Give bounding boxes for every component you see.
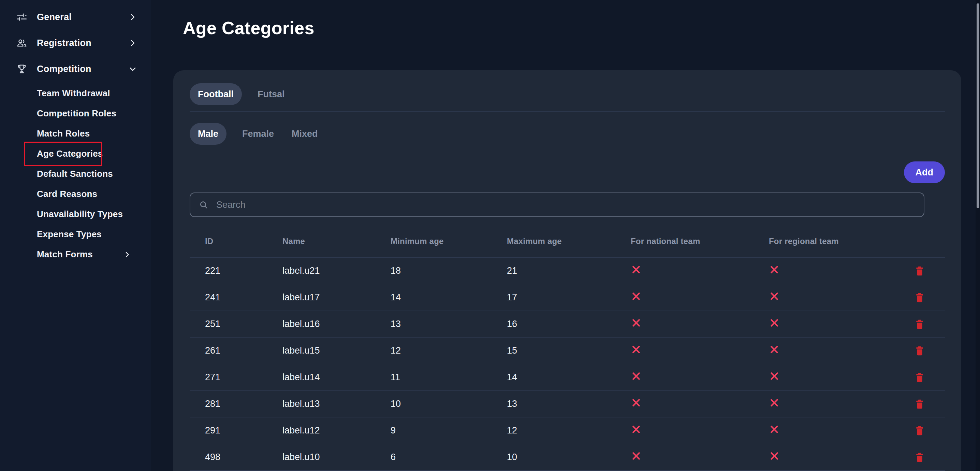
sidebar-subitem-label: Default Sanctions [37,169,113,179]
delete-button[interactable] [915,399,924,410]
add-button[interactable]: Add [904,161,945,183]
sidebar-nav: General Registration [0,0,151,265]
sidebar-subitem-expense-types[interactable]: Expense Types [0,224,151,244]
column-header-minimum-age: Minimum age [391,236,507,246]
cell-for-national-team [631,264,769,278]
table-row[interactable]: 291label.u12912 [190,417,945,444]
cell-id: 271 [190,372,282,383]
sport-tab-football[interactable]: Football [190,83,242,105]
trophy-icon [16,63,28,75]
gender-tabs: MaleFemaleMixed [190,123,945,145]
cell-for-national-team [631,344,769,358]
cell-minimum-age: 12 [391,345,507,356]
cell-actions [902,319,945,330]
cell-id: 251 [190,319,282,329]
search-box[interactable] [190,193,924,217]
cell-for-regional-team [769,291,902,304]
table-header-row: IDNameMinimum ageMaximum ageFor national… [190,225,945,257]
sidebar-subitem-match-forms[interactable]: Match Forms [0,244,151,265]
sidebar-subitem-label: Team Withdrawal [37,88,110,99]
scrollbar-thumb[interactable] [977,3,979,208]
table-row[interactable]: 498label.u10610 [190,444,945,471]
false-x-icon [769,450,780,461]
table-row[interactable]: 241label.u171417 [190,284,945,311]
scrollbar-track[interactable] [975,0,980,471]
sidebar-subitem-unavailability-types[interactable]: Unavailability Types [0,204,151,224]
false-x-icon [769,264,780,275]
gender-tab-male[interactable]: Male [190,123,226,145]
sidebar-subitem-age-categories[interactable]: Age Categories [0,144,151,164]
table-row[interactable]: 251label.u161316 [190,311,945,337]
column-header-for-regional-team: For regional team [769,236,902,246]
cell-actions [902,372,945,383]
add-row: Add [190,161,945,183]
sidebar-subitem-default-sanctions[interactable]: Default Sanctions [0,164,151,184]
sidebar-item-label: Registration [37,38,128,48]
age-categories-table: IDNameMinimum ageMaximum ageFor national… [190,225,945,471]
cell-actions [902,345,945,356]
cell-actions [902,265,945,276]
sidebar-subitem-card-reasons[interactable]: Card Reasons [0,184,151,204]
table-row[interactable]: 261label.u151215 [190,337,945,364]
trash-icon [915,425,924,436]
sidebar-subitem-competition-roles[interactable]: Competition Roles [0,104,151,123]
table-row[interactable]: 221label.u211821 [190,257,945,284]
false-x-icon [769,344,780,355]
cell-id: 241 [190,292,282,303]
delete-button[interactable] [915,345,924,356]
delete-button[interactable] [915,292,924,303]
cell-id: 261 [190,345,282,356]
trash-icon [915,345,924,356]
sport-tabs: FootballFutsal [190,83,945,105]
sidebar-subitem-label: Competition Roles [37,108,116,119]
column-header-for-national-team: For national team [631,236,769,246]
cell-maximum-age: 12 [507,425,631,436]
false-x-icon [631,264,642,275]
sidebar-subitem-label: Unavailability Types [37,209,123,219]
delete-button[interactable] [915,265,924,276]
delete-button[interactable] [915,372,924,383]
page-header: Age Categories [151,0,980,56]
gender-tab-female[interactable]: Female [240,123,276,145]
cell-minimum-age: 9 [391,425,507,436]
trash-icon [915,292,924,303]
cell-for-national-team [631,370,769,384]
cell-name: label.u14 [282,372,391,383]
table-body: 221label.u211821241label.u171417251label… [190,257,945,471]
sidebar-subitem-label: Match Forms [37,249,93,260]
search-input[interactable] [216,199,916,211]
cell-maximum-age: 13 [507,399,631,409]
competition-submenu: Team WithdrawalCompetition RolesMatch Ro… [0,83,151,265]
false-x-icon [631,344,642,355]
cell-id: 291 [190,425,282,436]
content-card: FootballFutsal MaleFemaleMixed Add IDNam… [173,70,961,471]
sidebar-item-registration[interactable]: Registration [0,30,151,56]
cell-for-national-team [631,318,769,331]
sport-tab-futsal[interactable]: Futsal [256,83,287,105]
cell-actions [902,399,945,410]
trash-icon [915,372,924,383]
delete-button[interactable] [915,425,924,436]
cell-actions [902,425,945,436]
cell-minimum-age: 13 [391,319,507,329]
sidebar-subitem-match-roles[interactable]: Match Roles [0,123,151,144]
delete-button[interactable] [915,319,924,330]
cell-name: label.u16 [282,319,391,329]
sidebar-subitem-team-withdrawal[interactable]: Team Withdrawal [0,83,151,104]
cell-for-regional-team [769,344,902,358]
false-x-icon [631,291,642,302]
gender-tab-mixed[interactable]: Mixed [290,123,320,145]
cell-for-regional-team [769,424,902,437]
false-x-icon [631,450,642,461]
sidebar-subitem-label: Card Reasons [37,189,97,199]
table-row[interactable]: 271label.u141114 [190,364,945,390]
search-icon [199,200,209,210]
cell-minimum-age: 11 [391,372,507,383]
table-row[interactable]: 281label.u131013 [190,390,945,417]
cell-for-national-team [631,397,769,410]
sidebar-item-general[interactable]: General [0,4,151,30]
false-x-icon [769,397,780,408]
delete-button[interactable] [915,452,924,463]
chevron-right-icon [123,251,131,259]
sidebar-item-competition[interactable]: Competition [0,56,151,82]
